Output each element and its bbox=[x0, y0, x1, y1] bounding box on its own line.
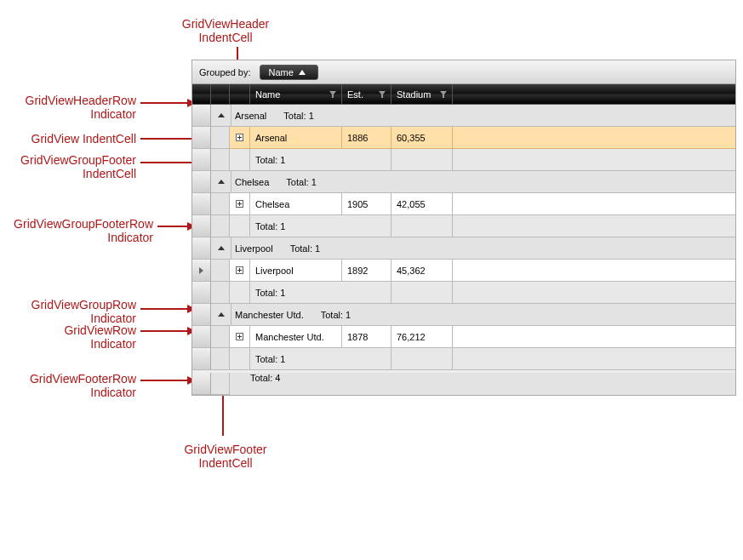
cell-stadium: 60,355 bbox=[392, 127, 453, 149]
current-row-arrow-icon bbox=[199, 267, 203, 274]
group-header-text: Manchester Utd. Total: 1 bbox=[231, 304, 735, 326]
group-total: Total: 1 bbox=[283, 111, 313, 121]
group-footer-blank bbox=[342, 215, 392, 237]
chevron-up-icon bbox=[218, 246, 225, 250]
row-expand-toggle[interactable] bbox=[230, 127, 250, 149]
filter-icon[interactable] bbox=[440, 91, 447, 98]
group-panel: Grouped by: Name bbox=[192, 60, 735, 84]
group-footer-total: Total: 1 bbox=[250, 149, 342, 171]
plus-icon bbox=[236, 134, 243, 141]
indent-cell bbox=[211, 326, 230, 348]
group-footer-total: Total: 1 bbox=[250, 282, 342, 304]
data-row[interactable]: Chelsea 1905 42,055 bbox=[192, 193, 735, 215]
plus-icon bbox=[236, 266, 243, 274]
data-row[interactable]: Arsenal 1886 60,355 bbox=[192, 127, 735, 149]
group-row[interactable]: Chelsea Total: 1 bbox=[192, 171, 735, 193]
footer-total: Total: 4 bbox=[250, 373, 342, 395]
cell-name: Arsenal bbox=[250, 127, 342, 149]
group-row[interactable]: Arsenal Total: 1 bbox=[192, 105, 735, 127]
row-indicator bbox=[192, 260, 211, 282]
footer-row: Total: 4 bbox=[192, 373, 735, 395]
group-footer-indent-cell bbox=[211, 282, 230, 304]
row-expand-toggle[interactable] bbox=[230, 260, 250, 282]
indent-cell bbox=[211, 193, 230, 215]
group-row[interactable]: Liverpool Total: 1 bbox=[192, 237, 735, 260]
column-header-est-text: Est. bbox=[347, 89, 363, 100]
group-footer-row-indicator bbox=[192, 149, 211, 171]
group-footer-blank bbox=[453, 149, 735, 171]
header-indent-cell bbox=[211, 84, 230, 104]
footer-blank bbox=[453, 373, 735, 395]
annot-header-row-ind: GridViewHeaderRowIndicator bbox=[9, 94, 136, 121]
group-expand-toggle[interactable] bbox=[211, 237, 231, 260]
indent-cell bbox=[211, 260, 230, 282]
arrow-row-ind bbox=[140, 330, 189, 332]
group-footer-indent-cell bbox=[211, 215, 230, 237]
indent-cell bbox=[211, 127, 230, 149]
cell-rest bbox=[453, 326, 735, 348]
group-row-indicator bbox=[192, 304, 211, 326]
row-expand-toggle[interactable] bbox=[230, 193, 250, 215]
group-footer-blank bbox=[392, 282, 453, 304]
column-header-est[interactable]: Est. bbox=[342, 84, 392, 104]
group-row-indicator bbox=[192, 171, 211, 193]
column-header-name[interactable]: Name bbox=[250, 84, 342, 104]
row-indicator bbox=[192, 326, 211, 348]
group-footer-total: Total: 1 bbox=[250, 215, 342, 237]
group-footer-row: Total: 1 bbox=[192, 215, 735, 237]
filter-icon[interactable] bbox=[379, 91, 386, 98]
cell-name: Liverpool bbox=[250, 260, 342, 282]
group-panel-label: Grouped by: bbox=[199, 67, 251, 77]
group-name: Chelsea bbox=[235, 177, 269, 187]
group-footer-indent-cell bbox=[211, 149, 230, 171]
group-expand-toggle[interactable] bbox=[211, 171, 231, 193]
cell-est: 1905 bbox=[342, 193, 392, 215]
group-name: Manchester Utd. bbox=[235, 310, 304, 320]
row-indicator bbox=[192, 193, 211, 215]
cell-est: 1892 bbox=[342, 260, 392, 282]
group-footer-blank bbox=[342, 282, 392, 304]
group-expand-toggle[interactable] bbox=[211, 304, 231, 326]
group-by-item-label: Name bbox=[269, 67, 294, 77]
group-name: Arsenal bbox=[235, 111, 266, 121]
group-name: Liverpool bbox=[235, 243, 273, 254]
group-row[interactable]: Manchester Utd. Total: 1 bbox=[192, 304, 735, 326]
chevron-up-icon bbox=[218, 312, 225, 317]
column-header-stadium[interactable]: Stadium bbox=[392, 84, 453, 104]
group-total: Total: 1 bbox=[286, 177, 316, 187]
group-header-text: Arsenal Total: 1 bbox=[231, 105, 735, 127]
cell-rest bbox=[453, 127, 735, 149]
row-indicator bbox=[192, 127, 211, 149]
filter-icon[interactable] bbox=[329, 91, 336, 98]
cell-est: 1886 bbox=[342, 127, 392, 149]
data-row[interactable]: Liverpool 1892 45,362 bbox=[192, 260, 735, 282]
annot-header-indent: GridViewHeaderIndentCell bbox=[166, 17, 285, 44]
cell-rest bbox=[453, 260, 735, 282]
group-footer-blank bbox=[342, 149, 392, 171]
row-expand-toggle[interactable] bbox=[230, 326, 250, 348]
plus-icon bbox=[236, 333, 243, 340]
group-footer-row: Total: 1 bbox=[192, 149, 735, 171]
footer-blank bbox=[342, 373, 392, 395]
group-by-item[interactable]: Name bbox=[260, 65, 318, 80]
arrow-group-row-ind bbox=[140, 308, 189, 310]
chevron-up-icon bbox=[218, 180, 225, 184]
group-footer-row-indicator bbox=[192, 215, 211, 237]
data-row[interactable]: Manchester Utd. 1878 76,212 bbox=[192, 326, 735, 348]
arrow-header-row-ind bbox=[140, 102, 189, 104]
group-footer-indent-cell bbox=[211, 348, 230, 370]
cell-name: Manchester Utd. bbox=[250, 326, 342, 348]
cell-est: 1878 bbox=[342, 326, 392, 348]
arrow-footer-indent bbox=[222, 393, 224, 436]
cell-rest bbox=[453, 193, 735, 215]
group-footer-blank bbox=[392, 215, 453, 237]
column-header-name-text: Name bbox=[255, 89, 280, 100]
annot-footer-row-ind: GridViewFooterRowIndicator bbox=[9, 372, 136, 399]
annot-row-ind: GridViewRowIndicator bbox=[9, 323, 136, 351]
group-expand-toggle[interactable] bbox=[211, 105, 231, 127]
arrow-footer-row-ind bbox=[140, 380, 189, 381]
gridview: Grouped by: Name Name Est. Stadium bbox=[191, 60, 736, 396]
group-footer-blank bbox=[392, 348, 453, 370]
group-header-text: Chelsea Total: 1 bbox=[231, 171, 735, 193]
group-footer-blank bbox=[453, 215, 735, 237]
